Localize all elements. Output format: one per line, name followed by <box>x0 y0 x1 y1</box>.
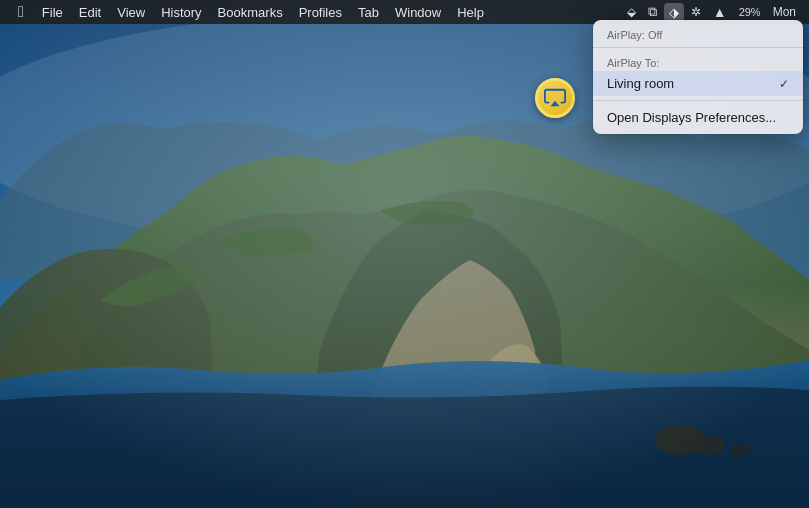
checkmark-icon: ✓ <box>779 77 789 91</box>
menu-help[interactable]: Help <box>449 0 492 24</box>
clock: Mon <box>768 5 801 19</box>
apple-menu[interactable]:  <box>8 0 34 24</box>
menu-view[interactable]: View <box>109 0 153 24</box>
menu-history[interactable]: History <box>153 0 209 24</box>
airplay-dropdown-menu: AirPlay: Off AirPlay To: Living room ✓ O… <box>593 20 803 134</box>
menu-edit[interactable]: Edit <box>71 0 109 24</box>
battery-indicator: 29% <box>734 6 766 18</box>
menu-window[interactable]: Window <box>387 0 449 24</box>
airplay-destination-livingroom[interactable]: Living room ✓ <box>593 71 803 96</box>
dropdown-divider-1 <box>593 47 803 48</box>
svg-marker-7 <box>550 101 559 107</box>
dropdown-divider-2 <box>593 100 803 101</box>
open-displays-preferences[interactable]: Open Displays Preferences... <box>593 105 803 130</box>
airplay-status: AirPlay: Off <box>593 24 803 43</box>
menubar-left:  File Edit View History Bookmarks Profi… <box>8 0 622 24</box>
screen-mirror-icon[interactable]: ⧉ <box>643 4 662 20</box>
wifi-icon[interactable]: ▲ <box>708 4 732 20</box>
bluetooth-icon[interactable]: ✲ <box>686 5 706 19</box>
menu-bookmarks[interactable]: Bookmarks <box>210 0 291 24</box>
menu-profiles[interactable]: Profiles <box>291 0 350 24</box>
cast-icon[interactable]: ⬙ <box>622 5 641 19</box>
living-room-label: Living room <box>607 76 674 91</box>
airplay-icon[interactable]: ⬗ <box>664 3 684 22</box>
airplay-circle-icon[interactable] <box>535 78 575 118</box>
airplay-symbol <box>544 87 566 109</box>
menu-tab[interactable]: Tab <box>350 0 387 24</box>
menu-file[interactable]: File <box>34 0 71 24</box>
menubar-right: ⬙ ⧉ ⬗ ✲ ▲ 29% Mon <box>622 3 801 22</box>
desktop:  File Edit View History Bookmarks Profi… <box>0 0 809 508</box>
airplay-to-label: AirPlay To: <box>593 52 803 71</box>
